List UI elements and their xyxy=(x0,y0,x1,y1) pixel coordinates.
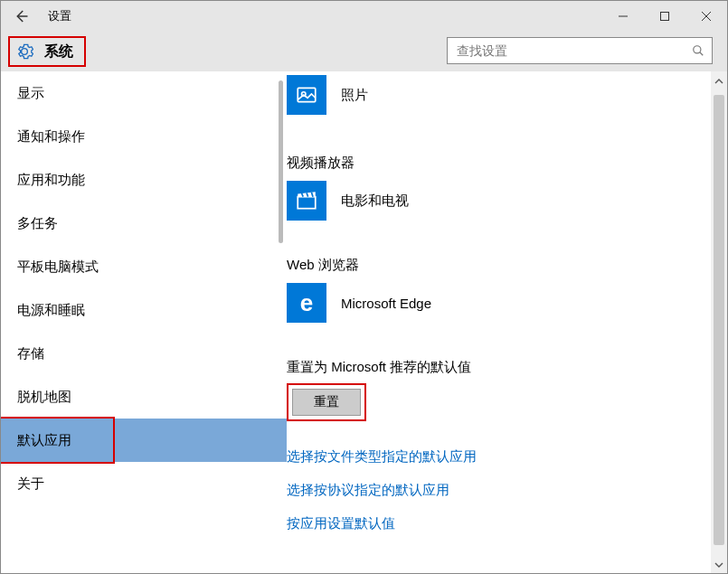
sidebar: 显示 通知和操作 应用和功能 多任务 平板电脑模式 电源和睡眠 存储 脱机地图 … xyxy=(1,71,287,574)
link-by-app-label: 按应用设置默认值 xyxy=(287,515,395,531)
close-button[interactable] xyxy=(685,1,727,32)
content-scrollbar[interactable] xyxy=(711,71,727,574)
sidebar-item-label: 关于 xyxy=(17,475,44,493)
default-app-video-label: 电影和电视 xyxy=(341,193,409,210)
sidebar-scrollbar-thumb[interactable] xyxy=(279,80,283,243)
reset-button-label: 重置 xyxy=(314,394,339,410)
sidebar-item-notifications[interactable]: 通知和操作 xyxy=(1,115,287,158)
section-label-video: 视频播放器 xyxy=(287,155,711,172)
sidebar-item-label: 电源和睡眠 xyxy=(17,302,85,319)
sidebar-item-label: 存储 xyxy=(17,345,44,362)
link-by-protocol[interactable]: 选择按协议指定的默认应用 xyxy=(287,482,711,499)
svg-point-4 xyxy=(694,46,701,53)
default-app-photos-label: 照片 xyxy=(341,87,368,104)
sidebar-item-multitasking[interactable]: 多任务 xyxy=(1,202,287,245)
window-controls xyxy=(602,1,727,32)
maximize-button[interactable] xyxy=(644,1,685,32)
reset-section-label: 重置为 Microsoft 推荐的默认值 xyxy=(287,359,711,376)
photos-tile-icon xyxy=(287,75,326,115)
reset-button[interactable]: 重置 xyxy=(292,389,361,416)
sidebar-item-display[interactable]: 显示 xyxy=(1,71,287,115)
minimize-icon xyxy=(618,11,629,22)
link-by-protocol-label: 选择按协议指定的默认应用 xyxy=(287,482,449,497)
titlebar: 设置 xyxy=(1,1,727,32)
sidebar-item-label: 平板电脑模式 xyxy=(17,259,99,276)
sidebar-item-offline-maps[interactable]: 脱机地图 xyxy=(1,375,287,419)
section-label-web: Web 浏览器 xyxy=(287,257,711,274)
search-icon xyxy=(692,44,704,57)
search-box[interactable] xyxy=(447,37,713,64)
chevron-up-icon xyxy=(714,77,723,86)
movies-tv-tile-icon xyxy=(287,181,326,221)
search-input[interactable] xyxy=(455,42,692,59)
scroll-down-button[interactable] xyxy=(711,557,727,573)
sidebar-item-about[interactable]: 关于 xyxy=(1,462,287,505)
system-label: 系统 xyxy=(44,42,73,61)
maximize-icon xyxy=(659,11,670,22)
arrow-left-icon xyxy=(13,8,29,24)
default-app-photos[interactable]: 照片 xyxy=(287,75,711,115)
minimize-button[interactable] xyxy=(602,1,644,32)
link-by-filetype-label: 选择按文件类型指定的默认应用 xyxy=(287,448,477,464)
sidebar-item-label: 通知和操作 xyxy=(17,128,85,146)
highlight-box-reset: 重置 xyxy=(287,383,366,421)
content-pane: 照片 视频播放器 电影和电视 Web 浏览器 e Microsoft Edge … xyxy=(287,71,727,574)
default-app-video[interactable]: 电影和电视 xyxy=(287,181,711,221)
content-scrollbar-thumb[interactable] xyxy=(714,95,724,545)
header-row: 系统 xyxy=(1,32,727,71)
svg-line-5 xyxy=(700,52,704,56)
sidebar-item-label: 应用和功能 xyxy=(17,172,85,189)
sidebar-item-storage[interactable]: 存储 xyxy=(1,332,287,375)
sidebar-item-label: 脱机地图 xyxy=(17,389,71,406)
svg-rect-1 xyxy=(661,13,669,21)
chevron-down-icon xyxy=(714,560,723,569)
sidebar-item-tablet-mode[interactable]: 平板电脑模式 xyxy=(1,245,287,288)
gear-icon xyxy=(15,42,33,61)
link-by-filetype[interactable]: 选择按文件类型指定的默认应用 xyxy=(287,448,711,466)
default-app-web[interactable]: e Microsoft Edge xyxy=(287,283,711,323)
sidebar-item-label: 多任务 xyxy=(17,215,58,232)
sidebar-item-label: 默认应用 xyxy=(17,432,71,449)
link-by-app[interactable]: 按应用设置默认值 xyxy=(287,515,711,532)
sidebar-item-label: 显示 xyxy=(17,85,44,102)
window-title: 设置 xyxy=(41,8,71,24)
back-button[interactable] xyxy=(1,1,41,32)
edge-tile-icon: e xyxy=(287,283,326,323)
sidebar-item-apps-features[interactable]: 应用和功能 xyxy=(1,158,287,202)
default-app-web-label: Microsoft Edge xyxy=(341,296,431,311)
sidebar-scrollbar[interactable] xyxy=(276,71,287,574)
system-header-highlight: 系统 xyxy=(8,36,86,67)
sidebar-item-power-sleep[interactable]: 电源和睡眠 xyxy=(1,288,287,332)
svg-rect-8 xyxy=(298,197,316,209)
scroll-up-button[interactable] xyxy=(711,73,727,89)
close-icon xyxy=(701,11,712,22)
sidebar-item-default-apps[interactable]: 默认应用 xyxy=(1,419,287,462)
